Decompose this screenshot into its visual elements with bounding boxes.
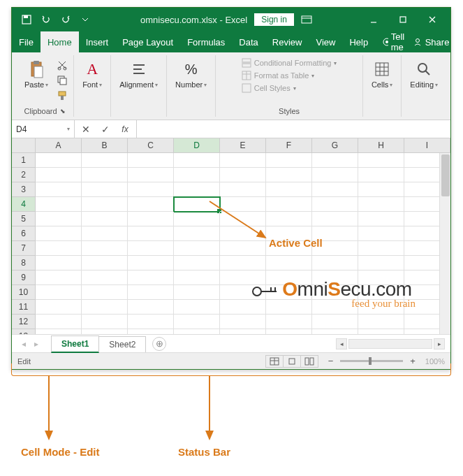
tab-formulas[interactable]: Formulas	[180, 31, 232, 52]
cell[interactable]	[128, 315, 174, 329]
cell[interactable]	[312, 182, 358, 197]
format-painter-icon[interactable]	[55, 89, 69, 103]
row-header[interactable]: 6	[12, 226, 36, 241]
cell[interactable]	[82, 197, 128, 212]
cell[interactable]	[82, 315, 128, 329]
cell[interactable]	[36, 241, 82, 256]
cell[interactable]	[358, 329, 404, 334]
name-box[interactable]: D4▾	[12, 120, 75, 138]
copy-icon[interactable]	[55, 73, 69, 87]
editing-button[interactable]: Editing▾	[406, 58, 442, 90]
column-header[interactable]: A	[36, 138, 82, 153]
cell[interactable]	[358, 315, 404, 329]
cell[interactable]	[174, 197, 220, 212]
cell[interactable]	[82, 256, 128, 271]
cell[interactable]	[36, 271, 82, 285]
cell[interactable]	[128, 271, 174, 285]
cell[interactable]	[82, 241, 128, 256]
cell[interactable]	[36, 329, 82, 334]
new-sheet-button[interactable]: ⊕	[152, 337, 166, 351]
column-header[interactable]: F	[266, 138, 312, 153]
dialog-launcher-icon[interactable]: ⬊	[60, 108, 66, 115]
horizontal-scrollbar[interactable]	[348, 339, 432, 349]
tell-me-button[interactable]: Tell me	[382, 31, 409, 52]
cell[interactable]	[358, 168, 404, 182]
cell[interactable]	[266, 182, 312, 197]
cell[interactable]	[174, 300, 220, 315]
chevron-down-icon[interactable]: ▾	[67, 126, 70, 132]
cell[interactable]	[220, 168, 266, 182]
column-header[interactable]: E	[220, 138, 266, 153]
enter-formula-icon[interactable]: ✓	[98, 122, 112, 136]
zoom-slider[interactable]	[340, 360, 403, 362]
column-header[interactable]: G	[312, 138, 358, 153]
cell[interactable]	[358, 226, 404, 241]
cell[interactable]	[312, 256, 358, 271]
tab-data[interactable]: Data	[232, 31, 265, 52]
cell[interactable]	[220, 329, 266, 334]
format-as-table-button[interactable]: Format as Table▾	[242, 71, 337, 80]
cell[interactable]	[82, 271, 128, 285]
cell[interactable]	[220, 197, 266, 212]
share-button[interactable]: Share	[413, 37, 450, 48]
cancel-formula-icon[interactable]: ✕	[79, 122, 93, 136]
cell[interactable]	[128, 256, 174, 271]
cell[interactable]	[36, 212, 82, 226]
cell[interactable]	[128, 168, 174, 182]
cell[interactable]	[174, 168, 220, 182]
scrollbar-thumb[interactable]	[441, 154, 450, 196]
column-header[interactable]: H	[358, 138, 404, 153]
cell[interactable]	[82, 285, 128, 300]
column-header[interactable]: B	[82, 138, 128, 153]
qat-dropdown-icon[interactable]	[78, 12, 93, 27]
cell[interactable]	[220, 182, 266, 197]
paste-button[interactable]: Paste▾	[20, 58, 52, 90]
cell[interactable]	[174, 182, 220, 197]
cell[interactable]	[82, 182, 128, 197]
cell[interactable]	[266, 315, 312, 329]
cell[interactable]	[266, 153, 312, 168]
row-header[interactable]: 4	[12, 197, 36, 212]
cell[interactable]	[220, 212, 266, 226]
cell[interactable]	[174, 226, 220, 241]
row-header[interactable]: 10	[12, 285, 36, 300]
cell[interactable]	[174, 241, 220, 256]
row-header[interactable]: 1	[12, 153, 36, 168]
hscroll-left-icon[interactable]: ◂	[336, 338, 347, 349]
cell[interactable]	[266, 197, 312, 212]
cell[interactable]	[174, 315, 220, 329]
tab-home[interactable]: Home	[41, 31, 79, 52]
ribbon-display-icon[interactable]	[301, 15, 312, 24]
tab-page-layout[interactable]: Page Layout	[115, 31, 180, 52]
sheet-tab-2[interactable]: Sheet2	[98, 336, 146, 352]
cell[interactable]	[312, 197, 358, 212]
sheet-nav-next-icon[interactable]: ▸	[30, 339, 43, 349]
cell[interactable]	[36, 153, 82, 168]
cell[interactable]	[36, 300, 82, 315]
cell[interactable]	[128, 153, 174, 168]
column-header[interactable]: C	[128, 138, 174, 153]
cells-button[interactable]: Cells▾	[367, 58, 397, 90]
cell[interactable]	[36, 182, 82, 197]
cell[interactable]	[312, 315, 358, 329]
vertical-scrollbar[interactable]	[439, 153, 450, 334]
cell[interactable]	[82, 226, 128, 241]
alignment-button[interactable]: Alignment▾	[115, 58, 162, 90]
cell[interactable]	[174, 285, 220, 300]
cell[interactable]	[128, 329, 174, 334]
tab-insert[interactable]: Insert	[79, 31, 116, 52]
number-button[interactable]: % Number▾	[171, 58, 211, 90]
save-icon[interactable]	[19, 12, 34, 27]
tab-review[interactable]: Review	[265, 31, 309, 52]
sheet-tab-1[interactable]: Sheet1	[51, 336, 99, 353]
cell[interactable]	[358, 153, 404, 168]
cell[interactable]	[128, 241, 174, 256]
cell[interactable]	[358, 241, 404, 256]
row-header[interactable]: 7	[12, 241, 36, 256]
sheet-nav-prev-icon[interactable]: ◂	[17, 339, 30, 349]
select-all-corner[interactable]	[12, 138, 36, 153]
column-header[interactable]: I	[404, 138, 450, 153]
cell[interactable]	[36, 226, 82, 241]
row-header[interactable]: 5	[12, 212, 36, 226]
row-header[interactable]: 9	[12, 271, 36, 285]
